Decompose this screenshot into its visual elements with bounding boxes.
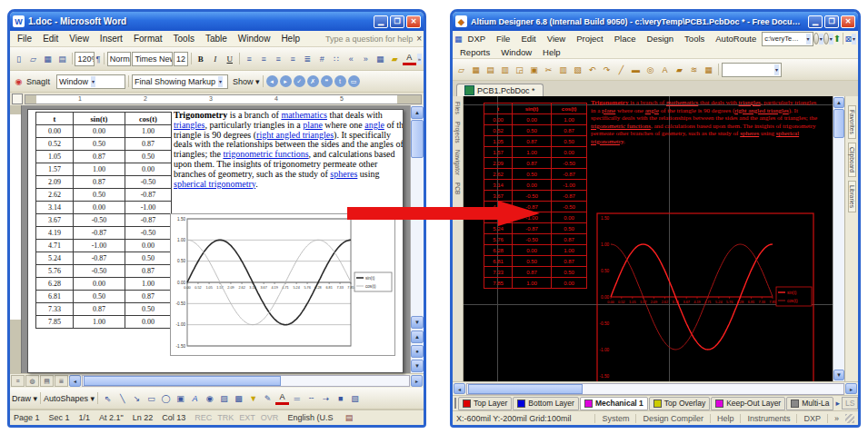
- cross-select-dropdown-icon[interactable]: ▾: [852, 34, 856, 44]
- panel-button-system[interactable]: System: [594, 414, 635, 423]
- menu-file[interactable]: File: [12, 33, 37, 44]
- numbered-list-icon[interactable]: #: [315, 52, 329, 65]
- scroll-thumb[interactable]: [411, 120, 424, 158]
- hscroll-thumb[interactable]: [84, 376, 281, 386]
- hyperlink[interactable]: right angled triangles: [734, 107, 788, 114]
- reviewing-pane-icon[interactable]: ▭: [348, 75, 360, 87]
- autoshapes-menu[interactable]: AutoShapes ▾: [44, 394, 95, 403]
- scroll-left-icon[interactable]: ◂: [69, 375, 81, 387]
- diagram-icon[interactable]: ◉: [203, 391, 216, 405]
- next-change-icon[interactable]: ▸: [280, 75, 292, 87]
- tab-pcb1-pcbdoc[interactable]: PCB1.PcbDoc *: [456, 84, 544, 96]
- undo-icon[interactable]: ↶: [585, 63, 599, 76]
- select-arrow-icon[interactable]: ⇖: [101, 391, 115, 405]
- web-layout-view-icon[interactable]: ◍: [25, 375, 39, 387]
- text-box-icon[interactable]: ▣: [174, 391, 187, 405]
- align-left-icon[interactable]: ≡: [243, 52, 256, 65]
- layer-tab-mechanical-1[interactable]: Mechanical 1: [580, 397, 648, 410]
- borders-icon[interactable]: ▦: [374, 52, 387, 65]
- scroll-thumb[interactable]: [833, 109, 844, 138]
- previous-change-icon[interactable]: ◂: [266, 75, 278, 87]
- align-center-icon[interactable]: ≡: [257, 52, 271, 65]
- place-via-icon[interactable]: ◎: [644, 63, 657, 76]
- save-icon[interactable]: ▦: [469, 63, 483, 76]
- resize-grip[interactable]: [845, 414, 854, 423]
- sin-cos-table[interactable]: tsin(t)cos(t)0.000.001.000.520.500.871.0…: [35, 112, 172, 329]
- track-changes-icon[interactable]: t: [334, 75, 346, 87]
- draw-menu[interactable]: Draw ▾: [12, 394, 37, 403]
- altium-horizontal-scrollbar[interactable]: ◂ ▸: [453, 381, 858, 395]
- fill-color-icon[interactable]: ▼: [246, 391, 260, 405]
- markup-combo[interactable]: Final Showing Markup▾: [132, 74, 228, 89]
- browse-previous-icon[interactable]: ▲: [411, 330, 424, 343]
- left-tab-pcb[interactable]: PCB: [454, 182, 461, 194]
- panel-button-help[interactable]: Help: [710, 414, 741, 423]
- right-tab-clipboard[interactable]: Clipboard: [848, 143, 856, 177]
- dash-style-icon[interactable]: ╌: [304, 391, 318, 405]
- style-combo[interactable]: Normal▾: [107, 52, 132, 66]
- line-icon[interactable]: ╲: [115, 391, 129, 405]
- layer-tab-bottom-layer[interactable]: Bottom Layer: [513, 397, 579, 410]
- menu-autoroute[interactable]: AutoRoute: [710, 33, 762, 44]
- menu-dxp[interactable]: DXP: [463, 33, 492, 44]
- hyperlink[interactable]: plane: [602, 107, 615, 114]
- scroll-up-icon[interactable]: ▲: [411, 106, 424, 119]
- font-color-icon[interactable]: A: [275, 391, 289, 405]
- minimize-button[interactable]: ▁: [808, 15, 823, 28]
- pcb-canvas[interactable]: tsin(t)cos(t)0.000.001.000.520.500.871.0…: [464, 96, 833, 381]
- minimize-button[interactable]: ▁: [374, 15, 388, 28]
- arrow-style-icon[interactable]: ⇢: [319, 391, 333, 405]
- ls-button[interactable]: LS: [842, 397, 858, 409]
- zoom-window-icon[interactable]: ◲: [513, 63, 526, 76]
- clip-art-icon[interactable]: ▨: [217, 391, 231, 405]
- shadow-style-icon[interactable]: ■: [334, 391, 347, 405]
- word-vertical-scrollbar[interactable]: ▲ ▼ ▲ ● ▼: [410, 105, 424, 373]
- layer-tab-top-overlay[interactable]: Top Overlay: [649, 397, 710, 410]
- arrow-icon[interactable]: ↘: [130, 391, 144, 405]
- close-button[interactable]: ✕: [406, 15, 421, 28]
- hyperlink[interactable]: triangles: [739, 99, 761, 106]
- altium-vertical-scrollbar[interactable]: ▲ ▼: [833, 96, 844, 381]
- menu-design[interactable]: Design: [642, 33, 680, 44]
- document-page[interactable]: tsin(t)cos(t)0.000.001.000.520.500.871.0…: [27, 109, 404, 373]
- menu-edit[interactable]: Edit: [515, 33, 541, 44]
- zoom-combo[interactable]: 120%▾: [75, 52, 94, 66]
- layer-scroll-icon[interactable]: ▸: [835, 397, 840, 410]
- menu-project[interactable]: Project: [571, 33, 609, 44]
- trigonometry-paragraph[interactable]: Trigonometry is a branch of mathematics …: [174, 111, 404, 189]
- interactive-route-icon[interactable]: ≋: [687, 63, 701, 76]
- snagit-icon[interactable]: ◉: [12, 74, 25, 88]
- menu-edit[interactable]: Edit: [37, 33, 64, 44]
- show-menu[interactable]: Show ▾: [233, 77, 260, 86]
- oval-icon[interactable]: ◯: [159, 391, 173, 405]
- close-button[interactable]: ✕: [841, 15, 855, 28]
- cut-icon[interactable]: ✂: [542, 63, 555, 76]
- hyperlink[interactable]: spherical trigonometry: [174, 179, 255, 189]
- paragraph-marks-icon[interactable]: ¶: [95, 52, 102, 65]
- save-icon[interactable]: ▦: [41, 52, 55, 65]
- place-polygon-icon[interactable]: ▰: [673, 63, 686, 76]
- left-tab-projects[interactable]: Projects: [454, 122, 461, 143]
- hyperlink[interactable]: angle: [645, 107, 659, 114]
- scroll-down-icon[interactable]: ▼: [411, 316, 424, 329]
- increase-indent-icon[interactable]: »: [359, 52, 373, 65]
- menu-tools[interactable]: Tools: [168, 33, 200, 44]
- restore-button[interactable]: ❐: [824, 15, 839, 28]
- left-tab-files[interactable]: Files: [454, 102, 461, 114]
- select-browse-object-icon[interactable]: ●: [411, 345, 424, 358]
- print-icon[interactable]: ▤: [55, 52, 69, 65]
- board-wizard-icon[interactable]: ▦: [702, 63, 715, 76]
- horizontal-ruler[interactable]: 12345: [25, 94, 422, 104]
- scroll-left-icon[interactable]: ◂: [454, 383, 465, 394]
- hyperlink[interactable]: right angled triangles: [256, 130, 334, 140]
- left-tab-navigator[interactable]: Navigator: [454, 150, 461, 175]
- menu-help[interactable]: Help: [275, 33, 305, 44]
- underline-icon[interactable]: U: [223, 52, 236, 65]
- panel-button-design-compiler[interactable]: Design Compiler: [635, 414, 710, 423]
- font-combo[interactable]: Times New Roman▾: [132, 52, 173, 66]
- decrease-indent-icon[interactable]: «: [344, 52, 358, 65]
- menubar-close-icon[interactable]: ×: [416, 34, 422, 44]
- new-document-icon[interactable]: ▯: [12, 52, 25, 65]
- browse-next-icon[interactable]: ▼: [411, 360, 424, 372]
- font-size-combo[interactable]: 12▾: [174, 52, 188, 66]
